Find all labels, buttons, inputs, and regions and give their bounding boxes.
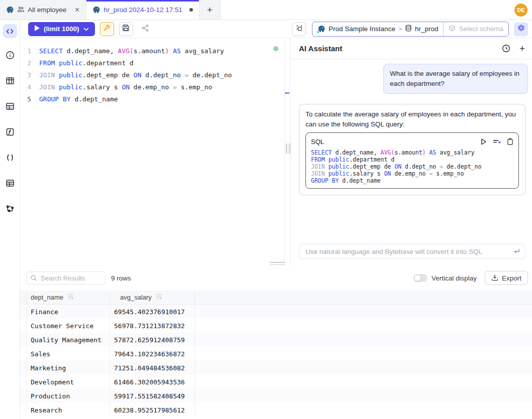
search-icon [30,274,37,284]
chevron-down-icon [83,25,89,33]
drag-grip [286,144,290,154]
table-cell[interactable]: Finance [26,305,110,319]
editor-line[interactable]: 1SELECT d.dept_name, AVG(s.amount) AS av… [20,45,284,57]
new-chat-button[interactable]: + [519,44,525,53]
insert-to-editor-icon[interactable] [493,138,501,145]
row-count: 9 rows [111,274,131,282]
lineage-icon [6,204,15,213]
table-cell[interactable]: 60238.952517985612 [110,403,195,417]
results-panel: 9 rows Vertical display Export dept_name… [20,269,532,419]
vertical-display-label: Vertical display [432,274,477,282]
table-cell[interactable]: Production [26,389,110,403]
tab-all-employee[interactable]: All employee ✕ [0,0,86,20]
table-cell[interactable]: 59917.551582408549 [110,389,195,403]
batch-query-button[interactable] [292,22,306,36]
results-grid: dept_nameavg_salary Finance69545.4023769… [20,291,532,417]
table-cell[interactable]: 79643.102234636872 [110,347,195,361]
history-clock-icon[interactable] [502,44,510,53]
editor-status-dot [273,46,278,51]
schema-diagram-icon [6,102,15,111]
sidebar-item-parentheses[interactable] [3,151,17,165]
sidebar-item-table[interactable] [3,74,17,88]
column-header-dept_name[interactable]: dept_name [26,291,110,304]
line-number: 3 [20,69,39,81]
wrench-icon [103,24,111,34]
table-cell[interactable]: Customer Service [26,319,110,333]
search-results-input[interactable] [26,271,106,285]
line-number: 4 [20,81,39,93]
vertical-display-toggle[interactable] [413,274,428,282]
editor-toolbar: (limit 1000) Prod Sample Instance > hr_p… [20,20,532,38]
function-icon [6,127,15,136]
connection-database[interactable]: Prod Sample Instance > hr_prod [312,22,443,36]
share-button[interactable] [138,22,152,36]
info-icon [6,51,15,60]
sidebar-item-function[interactable] [3,125,17,139]
table-cell[interactable]: Sales [26,347,110,361]
table-cell[interactable]: Marketing [26,361,110,375]
enter-key-icon[interactable] [513,247,520,257]
postgres-icon [6,6,14,14]
sidebar-item-code[interactable] [3,24,17,38]
run-label: (limit 1000) [44,25,79,33]
line-number: 1 [20,45,39,57]
openai-icon [517,24,525,34]
column-label: avg_salary [120,294,152,301]
table-icon [6,76,15,85]
table-cell[interactable]: 61466.302005943536 [110,375,195,389]
postgres-icon [92,6,100,14]
toolbar-right: Prod Sample Instance > hr_prod Select sc… [292,22,528,37]
save-sheet-button[interactable] [119,22,133,36]
add-tab-button[interactable]: + [199,0,221,20]
postgres-icon [317,25,326,33]
format-wrench-button[interactable] [100,22,114,36]
export-button[interactable]: Export [485,271,528,285]
run-code-icon[interactable] [480,138,487,145]
column-header-avg_salary[interactable]: avg_salary [110,291,195,304]
editor-line[interactable]: 4JOIN public.salary s ON de.emp_no = s.e… [20,81,284,93]
assistant-sql-code: SELECT d.dept_name, AVG(s.amount) AS avg… [311,149,513,184]
tab-hr-prod[interactable]: hr_prod 2024-10-12 17:51 [86,0,199,20]
sort-icon[interactable] [67,294,74,301]
table-cell[interactable]: 57872.625912408759 [110,333,195,347]
table-cell[interactable]: 69545.402376910017 [110,305,195,319]
sort-icon[interactable] [156,294,162,301]
user-message-bubble: What is the average salary of employees … [383,64,528,94]
schema-selector[interactable]: Select schema [443,22,508,36]
run-query-button[interactable]: (limit 1000) [28,22,95,36]
editor-line[interactable]: 5GROUP BY d.dept_name [20,93,284,105]
schema-cube-icon [449,25,456,33]
connection-selector[interactable]: Prod Sample Instance > hr_prod Select sc… [312,22,509,37]
download-icon [491,274,498,283]
ai-assistant-button[interactable] [514,22,528,36]
column-label: dept_name [31,294,63,301]
database-name: hr_prod [415,25,439,33]
batch-query-icon [295,24,303,34]
ai-prompt-input[interactable] [299,244,525,259]
sql-code-block: SQL SELECT d.dept_name, AVG(s.amount) AS… [305,132,519,189]
table-cell[interactable]: Quality Management [26,333,110,347]
left-sidebar [0,20,20,419]
share-icon [141,24,149,34]
code-language-label: SQL [311,138,324,146]
table-cell[interactable]: 56978.731213872832 [110,319,195,333]
table-cell[interactable]: 71251.049484536082 [110,361,195,375]
editor-line[interactable]: 2FROM public.department d [20,57,284,69]
table-row: Development61466.302005943536 [20,375,532,389]
close-icon[interactable]: ✕ [74,6,80,14]
tab-bar: All employee ✕ hr_prod 2024-10-12 17:51 … [0,0,532,20]
sql-code-editor[interactable]: 1SELECT d.dept_name, AVG(s.amount) AS av… [20,38,284,266]
table-cell[interactable]: Research [26,403,110,417]
editor-line[interactable]: 3JOIN public.dept_emp de ON d.dept_no = … [20,69,284,81]
table-row: Research60238.952517985612 [20,403,532,417]
copy-code-icon[interactable] [507,138,513,145]
user-avatar[interactable]: DE [514,4,527,17]
table-cell[interactable]: Development [26,375,110,389]
ai-panel-header: AI Assistant + [291,38,532,59]
vertical-resize-handle[interactable] [285,38,290,266]
sidebar-item-info[interactable] [3,48,17,62]
sidebar-item-sheet[interactable] [3,176,17,190]
sidebar-item-lineage[interactable] [3,202,17,216]
sql-editor-app: All employee ✕ hr_prod 2024-10-12 17:51 … [0,0,532,419]
sidebar-item-schema-diagram[interactable] [3,99,17,113]
